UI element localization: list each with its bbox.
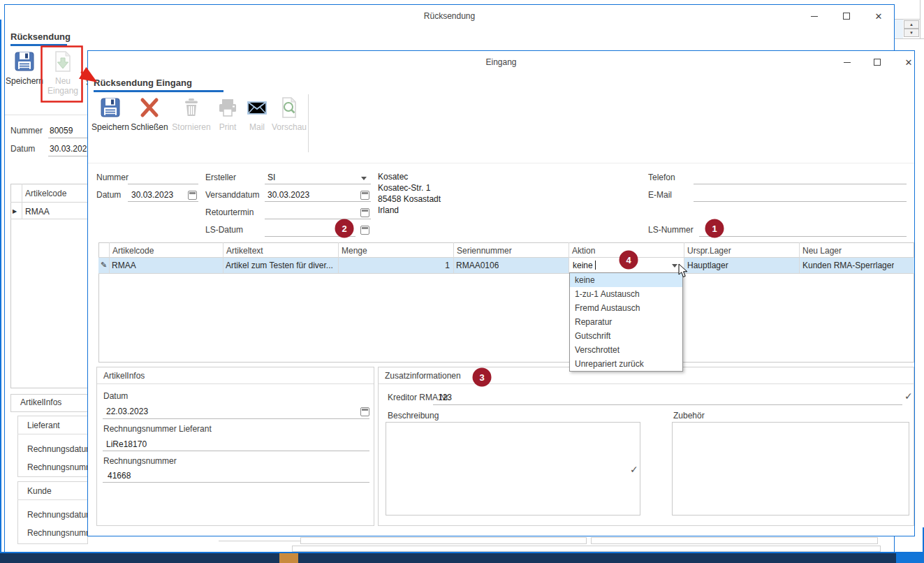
column-header-seriennummer[interactable]: Seriennummer — [457, 246, 512, 256]
statusbar-blue-segment — [896, 553, 924, 563]
speichern-button-bg[interactable]: Speichern — [5, 50, 44, 86]
artikelcode-cell-bg[interactable]: RMAA — [25, 207, 50, 217]
nummer-value-bg[interactable]: 80059 — [50, 126, 73, 136]
close-icon: ✕ — [875, 11, 883, 22]
ai-datum-value[interactable]: 22.03.2023 — [106, 407, 148, 416]
trash-icon — [179, 96, 203, 119]
aktion-cell-editor[interactable]: keine — [569, 258, 684, 273]
kunde-header-line — [17, 499, 88, 500]
cell-seriennummer[interactable]: RMAA0106 — [456, 261, 499, 270]
artikelcode-column-header-bg[interactable]: Artikelcode — [25, 189, 66, 198]
telefon-underline[interactable] — [694, 184, 907, 184]
grid-vline-4 — [453, 242, 454, 273]
retourtermin-underline[interactable] — [265, 219, 371, 219]
artikelinfos-panel: ArtikelInfos Datum 22.03.2023 Rechnungsn… — [96, 367, 374, 526]
dropdown-option-reparatur[interactable]: Reparatur — [570, 315, 682, 329]
grid-selected-row[interactable] — [98, 258, 914, 273]
bottom-strip-box-c — [292, 546, 881, 552]
minimize-button[interactable] — [805, 9, 823, 23]
cell-neu-lager[interactable]: Kunden RMA-Sperrlager — [802, 261, 894, 270]
edit-pencil-icon: ✎ — [101, 261, 107, 270]
email-underline[interactable] — [694, 201, 907, 202]
versanddatum-value[interactable]: 30.03.2023 — [267, 190, 309, 200]
aktion-dropdown-icon[interactable] — [672, 264, 677, 268]
dropdown-option-fremd-austausch[interactable]: Fremd Austausch — [570, 301, 682, 315]
ls-datum-calendar-icon[interactable] — [360, 226, 369, 235]
kreditor-check-icon: ✓ — [904, 390, 913, 402]
artikelinfos-title-bg: ArtikelInfos — [20, 397, 61, 407]
column-header-aktion[interactable]: Aktion — [572, 246, 595, 256]
column-header-urspr-lager[interactable]: Urspr.Lager — [687, 246, 731, 256]
ls-nummer-underline[interactable] — [699, 236, 907, 237]
ai-datum-underline — [103, 418, 369, 419]
ai-rechnungsnummer-underline — [103, 482, 369, 483]
zubehoer-textarea[interactable] — [672, 422, 909, 516]
cell-artikeltext[interactable]: Artikel zum Testen für diver... — [226, 261, 337, 270]
column-header-artikelcode[interactable]: Artikelcode — [112, 246, 154, 256]
printer-icon — [216, 96, 240, 119]
cell-urspr-lager[interactable]: Hauptlager — [687, 261, 728, 270]
retourtermin-calendar-icon[interactable] — [360, 208, 369, 217]
tab-ruecksendung[interactable]: Rücksendung — [10, 31, 71, 42]
datum-value-bg[interactable]: 30.03.2023 — [50, 144, 91, 154]
statusbar-orange-segment — [279, 553, 298, 563]
ls-datum-underline[interactable] — [265, 236, 355, 237]
datum-value[interactable]: 30.03.2023 — [131, 190, 173, 200]
speichern-button[interactable]: Speichern — [91, 96, 130, 132]
ersteller-value[interactable]: SI — [267, 173, 275, 182]
ai-re-lieferant-value[interactable]: LiRe18170 — [106, 439, 147, 449]
ls-nummer-label: LS-Nummer — [648, 225, 694, 235]
header-separator-line — [88, 163, 914, 163]
beschreibung-textarea[interactable] — [386, 422, 640, 516]
save-icon — [13, 50, 36, 73]
versanddatum-calendar-icon[interactable] — [360, 191, 369, 200]
close-button[interactable]: ✕ — [900, 55, 918, 69]
ai-datum-calendar-icon[interactable] — [360, 407, 369, 416]
column-header-neu-lager[interactable]: Neu Lager — [802, 246, 842, 256]
spinner-down-button[interactable]: ▼ — [904, 29, 919, 37]
nummer-underline[interactable] — [128, 184, 198, 184]
grid-vline-2 — [223, 242, 223, 273]
datum-calendar-icon[interactable] — [188, 191, 197, 200]
dropdown-option-1zu1-austausch[interactable]: 1-zu-1 Austausch — [570, 287, 682, 301]
cell-artikelcode[interactable]: RMAA — [112, 261, 136, 270]
window-eingang: Eingang ✕ Rücksendung Eingang Speichern … — [87, 50, 915, 536]
lieferant-title: Lieferant — [27, 421, 60, 430]
email-label: E-Mail — [648, 190, 672, 200]
dropdown-option-unrepariert-zurueck[interactable]: Unrepariert zurück — [570, 357, 682, 371]
ai-re-lieferant-label: Rechnungsnummer Lieferant — [103, 424, 212, 434]
spinner-up-button[interactable]: ▲ — [904, 20, 919, 29]
kunde-title: Kunde — [27, 486, 52, 496]
row-indicator-icon: ▶ — [13, 208, 17, 214]
spin-up-icon: ▲ — [909, 22, 914, 27]
maximize-button[interactable] — [837, 9, 856, 23]
dropdown-option-gutschrift[interactable]: Gutschrift — [570, 329, 682, 343]
vorschau-label: Vorschau — [271, 122, 307, 132]
telefon-label: Telefon — [648, 173, 675, 182]
bottom-strip-box-b — [591, 537, 878, 544]
grid-vline-5 — [569, 242, 569, 273]
datum-underline — [128, 201, 198, 202]
kunde-rechnungsdatum-label: Rechnungsdatum — [27, 510, 93, 520]
cell-menge[interactable]: 1 — [338, 261, 450, 270]
kreditor-rma-value[interactable]: 123 — [438, 393, 452, 402]
ersteller-underline — [265, 184, 371, 184]
ai-rechnungsnummer-value[interactable]: 41668 — [108, 471, 131, 481]
address-line-3: 85458 Kosastadt — [378, 194, 441, 204]
tab-ruecksendung-eingang[interactable]: Rücksendung Eingang — [94, 78, 192, 88]
ersteller-dropdown-icon[interactable] — [361, 177, 367, 180]
text-caret — [595, 261, 596, 270]
column-header-menge[interactable]: Menge — [342, 246, 367, 256]
ersteller-label: Ersteller — [205, 173, 236, 182]
close-button[interactable]: ✕ — [870, 9, 888, 23]
maximize-button[interactable] — [868, 55, 886, 69]
column-header-artikeltext[interactable]: Artikeltext — [226, 246, 263, 256]
ai-datum-label: Datum — [103, 391, 128, 401]
vorschau-button: Vorschau — [271, 96, 307, 132]
minimize-button[interactable] — [838, 55, 856, 69]
dropdown-option-keine[interactable]: keine — [570, 273, 682, 287]
dropdown-option-verschrottet[interactable]: Verschrottet — [570, 343, 682, 357]
schliessen-button[interactable]: Schließen — [129, 96, 170, 132]
nummer-label-bg: Nummer — [10, 126, 43, 136]
new-entry-icon — [51, 50, 75, 73]
